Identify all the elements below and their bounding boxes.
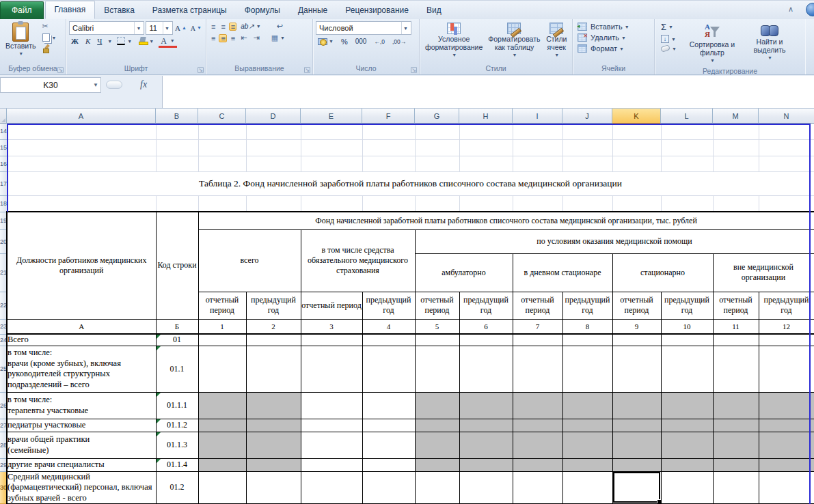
number-dialog-launcher-icon[interactable]: ↘ <box>411 67 417 73</box>
cell[interactable] <box>7 124 156 139</box>
column-header-k-selected[interactable]: K <box>612 109 661 124</box>
col-num-cell[interactable]: 1 <box>198 319 246 334</box>
cell[interactable] <box>759 458 814 471</box>
formula-input[interactable] <box>162 76 814 108</box>
cell[interactable] <box>415 124 459 139</box>
cell[interactable] <box>612 392 661 419</box>
cell[interactable] <box>713 124 759 139</box>
cell[interactable] <box>301 346 362 392</box>
cell[interactable] <box>156 156 198 171</box>
position-cell[interactable]: другие врачи специалисты <box>7 458 156 471</box>
cell[interactable] <box>246 156 301 171</box>
row-header-27[interactable]: 27 <box>0 419 7 432</box>
cell[interactable] <box>362 392 415 419</box>
italic-button[interactable]: К <box>83 36 92 46</box>
cell[interactable] <box>198 156 246 171</box>
cell[interactable] <box>513 139 562 156</box>
format-painter-button[interactable] <box>40 44 59 53</box>
cell[interactable] <box>362 334 415 346</box>
cell[interactable] <box>513 156 562 171</box>
increase-decimal-button[interactable]: ←,0 <box>372 38 387 46</box>
cell[interactable] <box>661 124 713 139</box>
position-cell[interactable]: врачи общей практики (семейные) <box>7 432 156 458</box>
header-period[interactable]: предыдущий год <box>362 292 415 319</box>
cell[interactable] <box>612 195 661 212</box>
cell[interactable] <box>661 432 713 458</box>
cell[interactable] <box>198 432 246 458</box>
cell[interactable] <box>661 419 713 432</box>
paste-button[interactable]: Вставить ▼ <box>3 21 39 64</box>
column-header-n[interactable]: N <box>759 109 814 124</box>
row-header-17[interactable]: 17 <box>0 171 7 195</box>
col-num-cell[interactable]: 12 <box>759 319 814 334</box>
cell[interactable] <box>415 334 459 346</box>
cell[interactable] <box>562 334 612 346</box>
cell[interactable] <box>713 432 759 458</box>
column-header-i[interactable]: I <box>513 109 562 124</box>
cell[interactable] <box>362 419 415 432</box>
shrink-font-button[interactable]: А▼ <box>189 24 204 33</box>
position-cell[interactable]: Всего <box>7 334 156 346</box>
code-cell[interactable]: 01.1.4 <box>156 458 198 471</box>
format-cells-button[interactable]: Формат▼ <box>575 44 626 53</box>
position-cell[interactable]: Средний медицинский (фармацевтический) п… <box>7 471 156 504</box>
col-num-cell[interactable]: Б <box>156 319 198 334</box>
underline-button[interactable]: Ч <box>95 36 104 46</box>
tab-view[interactable]: Вид <box>418 2 450 19</box>
header-period[interactable]: предыдущий год <box>459 292 513 319</box>
cell[interactable] <box>759 432 814 458</box>
number-format-select[interactable]: Числовой ▼ <box>316 21 411 35</box>
cell[interactable] <box>415 346 459 392</box>
cell[interactable] <box>513 195 562 212</box>
cut-button[interactable]: ✂ <box>40 21 59 31</box>
col-num-cell[interactable]: 2 <box>246 319 301 334</box>
tab-page-layout[interactable]: Разметка страницы <box>144 2 236 19</box>
header-day-hospital[interactable]: в дневном стационаре <box>513 253 612 292</box>
col-num-cell[interactable]: 8 <box>562 319 612 334</box>
cell[interactable] <box>562 124 612 139</box>
cell[interactable] <box>415 139 459 156</box>
cell[interactable] <box>759 419 814 432</box>
bold-button[interactable]: Ж <box>69 36 81 46</box>
cell[interactable] <box>301 195 362 212</box>
cell[interactable] <box>713 334 759 346</box>
cell[interactable] <box>459 195 513 212</box>
alignment-dialog-launcher-icon[interactable]: ↘ <box>304 67 310 73</box>
cell[interactable] <box>562 432 612 458</box>
cell[interactable] <box>198 124 246 139</box>
cell[interactable] <box>612 346 661 392</box>
cell[interactable] <box>301 458 362 471</box>
row-header-25[interactable]: 25 <box>0 346 7 392</box>
cell[interactable] <box>301 156 362 171</box>
align-left-button[interactable]: ≡ <box>209 34 217 42</box>
column-header-f[interactable]: F <box>362 109 415 124</box>
cell[interactable] <box>562 195 612 212</box>
cell[interactable] <box>246 334 301 346</box>
cell[interactable] <box>713 139 759 156</box>
code-cell[interactable]: 01.1 <box>156 346 198 392</box>
col-num-cell[interactable]: 9 <box>612 319 661 334</box>
header-fund[interactable]: Фонд начисленной заработной платы работн… <box>198 212 814 229</box>
row-header-15[interactable]: 15 <box>0 139 7 156</box>
cell[interactable] <box>759 346 814 392</box>
cell[interactable] <box>661 139 713 156</box>
cell[interactable] <box>198 419 246 432</box>
position-cell[interactable]: в том числе: терапевты участковые <box>7 392 156 419</box>
tab-file[interactable]: Файл <box>0 1 44 19</box>
orientation-button[interactable]: ab↗▼ <box>239 22 262 31</box>
cell[interactable] <box>661 346 713 392</box>
cell[interactable] <box>362 471 415 504</box>
cell[interactable] <box>459 124 513 139</box>
cell[interactable] <box>246 392 301 419</box>
row-header-24[interactable]: 24 <box>0 334 7 346</box>
cell[interactable] <box>362 139 415 156</box>
cell[interactable] <box>562 458 612 471</box>
cell[interactable] <box>246 471 301 504</box>
cell[interactable] <box>246 139 301 156</box>
header-period[interactable]: отчетный период <box>513 292 562 319</box>
align-top-button[interactable]: ≡ <box>209 23 217 31</box>
tab-formulas[interactable]: Формулы <box>236 2 289 19</box>
cell[interactable] <box>301 392 362 419</box>
header-period[interactable]: отчетный период <box>301 292 362 319</box>
cell[interactable] <box>246 346 301 392</box>
